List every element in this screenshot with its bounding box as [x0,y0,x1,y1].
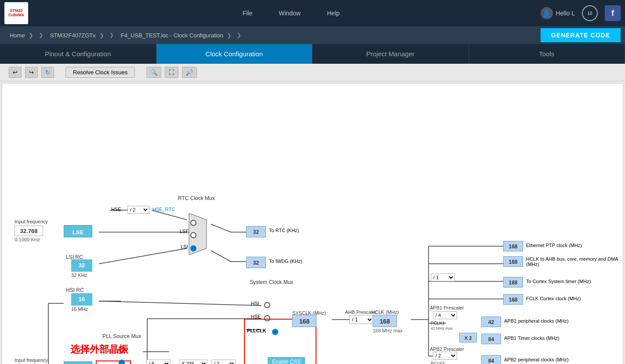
output-4-label: APB1 peripheral clocks (MHz) [504,318,569,324]
top-bar: STM32CubeMX File Window Help 👤 Hello L 1… [0,0,625,26]
system-mux-label: System Clock Mux [250,279,293,285]
generate-code-button[interactable]: GENERATE CODE [541,28,621,42]
toolbar: ↩ ↪ ↻ Resolve Clock Issues 🔍 ⛶ 🔎 [0,64,625,81]
tab-tools[interactable]: Tools [469,44,625,64]
output-1-label: HCLK to AHB bus, core, memory and DMA (M… [526,256,623,267]
zoom-out-button[interactable]: 🔎 [182,67,197,78]
rtc-mux-radio-hse[interactable] [190,220,196,226]
lse-line: LSE [180,229,189,234]
user-area: 👤 Hello L [541,7,575,19]
hsi-freq: 16 MHz [71,306,88,312]
output-4-val: 42 [481,317,501,327]
enable-css-button[interactable]: Enable CSS [268,357,305,364]
hclk-label: HCLK (MHz) [371,309,399,315]
svg-line-3 [99,301,262,306]
cortex-div-select[interactable]: / 1 / 8 [431,273,455,281]
nav-help[interactable]: Help [327,10,340,17]
undo-button[interactable]: ↩ [9,67,22,78]
hse-highlight [96,360,131,364]
output-2-label: To Cortex System timer (MHz) [526,279,591,284]
lsi-val: 32 [71,259,92,272]
canvas-area: Input frequency 32.768 0-1000 KHz LSE LS… [2,83,623,364]
output-0-label: Ethernet PTP clock (MHz) [526,243,582,248]
hse-rtc-label: HSE_RTC [153,207,175,212]
lse-block: LSE [64,225,92,237]
tab-project[interactable]: Project Manager [312,44,469,64]
top-right: 👤 Hello L 10 f [541,5,621,21]
fit-button[interactable]: ⛶ [165,67,178,78]
user-icon: 👤 [541,7,553,19]
apb2-label: APB2 Prescaler [430,346,464,352]
logo-area: STM32CubeMX [4,2,28,24]
top-nav: File Window Help [41,10,541,17]
cn-text1: 选择外部晶振 [70,343,128,356]
output-6-label: APB2 peripheral clocks (MHz) [504,357,569,362]
tab-pinout[interactable]: Pinout & Configuration [0,44,156,64]
nav-window[interactable]: Window [279,10,301,17]
input-freq-label2: Input frequency [15,357,48,363]
pll-src-hse-radio[interactable] [119,360,125,364]
apb2-select[interactable]: / 2 / 1 / 4 / 8 / 16 [433,352,457,360]
hse-block: HSE [64,361,92,364]
rtc-mux-radio-lsi[interactable] [190,245,196,251]
pclk2-label: PCLK2 [431,361,445,364]
hsi-label: HSI RC [66,287,84,293]
output-1-val: 168 [503,256,523,267]
svg-line-29 [211,251,231,262]
hsi-sys-label: HSI [251,301,259,306]
breadcrumb-device[interactable]: STM32F407ZGTx [45,26,109,44]
rtc-mux-radio-lse[interactable] [190,232,196,238]
user-label: Hello L [556,10,575,17]
svg-line-26 [99,248,187,264]
resolve-clock-button[interactable]: Resolve Clock Issues [65,67,135,78]
hclk-max: 168 MHz max [373,328,403,333]
facebook-button[interactable]: f [605,5,621,21]
redo-button[interactable]: ↪ [25,67,38,78]
output-3-label: FCLK Cortex clock (MHz) [526,296,581,301]
pll-m-select[interactable]: / 8 / 4 / 16 [146,360,171,364]
stm32-logo: STM32CubeMX [4,2,28,24]
breadcrumb-home[interactable]: Home [4,26,39,44]
breadcrumb-bar: Home ❯ STM32F407ZGTx ❯ F4_USB_TEST.ioc -… [0,26,625,44]
rtc-label: To RTC (KHz) [269,228,299,233]
output-5-label: APB1 Timer clocks (MHz) [504,335,559,341]
output-5-val: 84 [481,334,501,344]
rtc-mux-label: RTC Clock Mux [178,195,215,201]
sys-mux-hsi-radio[interactable] [264,302,270,308]
breadcrumb-file[interactable]: F4_USB_TEST.ioc - Clock Configuration [116,26,237,44]
output-6-val: 84 [481,355,501,364]
hsi-val: 16 [71,293,92,306]
lsi-freq: 32 KHz [71,273,87,278]
hse-div2-select[interactable]: / 2 / 3 [127,206,149,214]
input-freq-range1: 0-1000 KHz [15,237,40,242]
iwdg-label: To IWDG (KHz) [269,258,302,264]
output-0-val: 168 [503,241,523,251]
input-freq-val1[interactable]: 32.768 [15,226,43,236]
pll-src-label: PLL Source Mux [102,333,141,339]
rtc-val: 32 [246,226,266,237]
pll-n-select[interactable]: X 336 X 192 [179,360,207,364]
pclk1-max: 42 MHz max [431,326,453,331]
pclk1-label: PCLK1 [431,321,445,326]
rtc-mux-shape [185,213,211,255]
zoom-in-button[interactable]: 🔍 [146,67,161,78]
ahb-select[interactable]: / 1 / 2 / 4 [349,315,374,324]
sysclk-val[interactable]: 168 [292,315,316,327]
refresh-button[interactable]: ↻ [41,67,54,78]
tab-clock[interactable]: Clock Configuration [156,44,313,64]
badge-10: 10 [582,5,598,21]
hse-rtc-line: HSE [111,207,121,212]
apb1-x2: X 2 [459,333,477,342]
hclk-val[interactable]: 168 [373,315,397,327]
input-freq-label1: Input frequency [15,219,48,224]
output-2-val: 168 [503,277,523,288]
svg-line-27 [211,224,231,232]
iwdg-val: 32 [246,257,266,268]
lsi-line: LSI [181,244,188,249]
apb1-label: APB1 Prescaler [430,305,464,310]
nav-file[interactable]: File [243,10,253,17]
pll-p-select[interactable]: / 2 / 4 / 6 / 8 [211,360,236,364]
output-3-val: 168 [503,294,523,305]
tab-bar: Pinout & Configuration Clock Configurati… [0,44,625,64]
apb1-select[interactable]: / 4 / 1 / 2 / 8 / 16 [433,311,457,319]
